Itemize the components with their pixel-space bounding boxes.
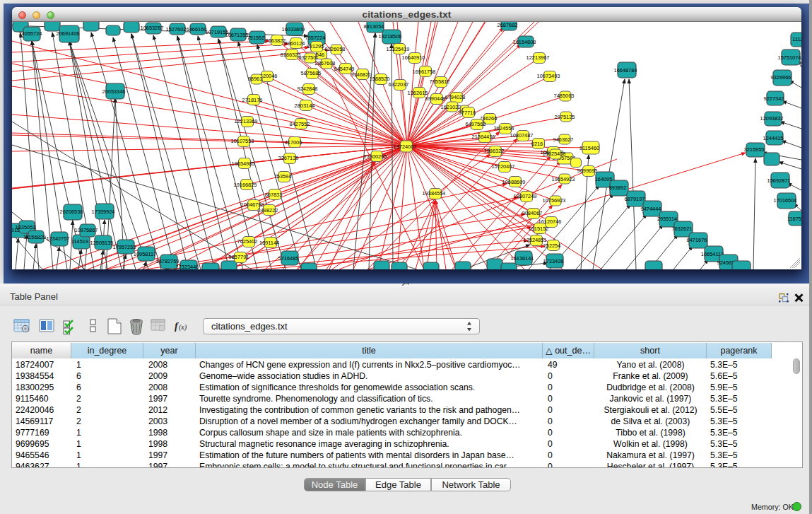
svg-text:6466160: 6466160	[187, 26, 207, 33]
svg-text:12505135: 12505135	[90, 240, 114, 246]
svg-text:11156829: 11156829	[23, 234, 46, 240]
svg-text:19218506: 19218506	[379, 33, 402, 40]
svg-text:9084067: 9084067	[522, 210, 543, 216]
svg-text:13325419: 13325419	[387, 46, 410, 52]
svg-text:18724007: 18724007	[394, 144, 417, 150]
svg-text:7955812: 7955812	[430, 78, 450, 85]
svg-text:6216: 6216	[531, 141, 543, 147]
svg-text:17016504: 17016504	[774, 197, 797, 204]
svg-text:10025458: 10025458	[543, 151, 566, 157]
svg-text:2687682: 2687682	[498, 22, 518, 28]
svg-text:546: 546	[316, 52, 324, 58]
svg-text:9474444: 9474444	[641, 206, 661, 212]
svg-text:10975867: 10975867	[75, 227, 98, 233]
svg-text:2935114: 2935114	[657, 216, 677, 222]
svg-text:417006: 417006	[285, 139, 302, 146]
svg-text:24055724: 24055724	[19, 30, 42, 37]
svg-text:8226058: 8226058	[325, 46, 346, 52]
svg-text:10688609: 10688609	[502, 179, 526, 185]
svg-text:15136141: 15136141	[511, 255, 534, 262]
svg-text:1588520: 1588520	[370, 76, 390, 82]
svg-text:9463627: 9463627	[553, 136, 574, 143]
svg-text:15751074: 15751074	[778, 54, 801, 61]
svg-text:9699695: 9699695	[577, 168, 598, 174]
svg-text:12323446: 12323446	[176, 264, 199, 269]
svg-text:977716: 977716	[459, 110, 476, 116]
svg-text:7485063: 7485063	[554, 93, 575, 99]
svg-text:16648784: 16648784	[614, 67, 637, 74]
svg-text:3624554: 3624554	[494, 125, 514, 132]
svg-text:8990448: 8990448	[425, 95, 446, 102]
svg-text:8960124: 8960124	[285, 40, 305, 47]
svg-text:1112: 1112	[792, 36, 801, 42]
svg-text:893892: 893892	[609, 185, 627, 191]
svg-text:16154808: 16154808	[513, 39, 536, 45]
svg-text:1835051: 1835051	[16, 224, 36, 230]
svg-text:16961758: 16961758	[413, 69, 436, 75]
svg-text:10973493: 10973493	[537, 73, 560, 79]
svg-text:6879197: 6879197	[625, 196, 645, 202]
svg-text:20206536: 20206536	[60, 209, 83, 215]
svg-text:6322037: 6322037	[389, 81, 409, 88]
svg-text:98961: 98961	[248, 76, 263, 82]
svg-text:19384554: 19384554	[423, 190, 446, 197]
svg-text:2867608: 2867608	[315, 60, 336, 66]
svg-text:10807487: 10807487	[510, 132, 534, 139]
svg-text:116753: 116753	[787, 216, 801, 222]
svg-text:5875685: 5875685	[301, 70, 322, 76]
svg-text:17957253: 17957253	[113, 244, 136, 250]
svg-text:16033809: 16033809	[282, 26, 305, 33]
svg-text:12342757: 12342757	[47, 235, 70, 242]
svg-text:(x): (x)	[179, 323, 187, 332]
svg-text:20691406: 20691406	[57, 30, 80, 37]
svg-text:751552: 751552	[247, 35, 265, 41]
svg-text:8454749: 8454749	[334, 66, 355, 72]
svg-text:21364436: 21364436	[472, 134, 495, 140]
svg-text:8427552: 8427552	[290, 121, 310, 127]
svg-text:10107553: 10107553	[231, 138, 254, 144]
svg-text:23300295: 23300295	[364, 153, 387, 160]
svg-text:9115460: 9115460	[579, 145, 599, 151]
svg-text:9329966: 9329966	[771, 74, 792, 81]
svg-text:10958117: 10958117	[134, 251, 156, 257]
svg-text:19166825: 19166825	[234, 182, 257, 188]
svg-text:2975125: 2975125	[555, 114, 575, 120]
svg-text:9146821: 9146821	[351, 71, 372, 78]
svg-text:1244415: 1244415	[763, 135, 784, 141]
svg-text:6794028: 6794028	[445, 94, 466, 100]
svg-text:164095: 164095	[595, 176, 613, 182]
svg-text:17359924: 17359924	[92, 209, 115, 215]
svg-text:891295: 891295	[307, 43, 324, 49]
svg-text:8471676: 8471676	[687, 237, 707, 243]
svg-text:8186323: 8186323	[281, 52, 301, 58]
svg-text:7357224: 7357224	[305, 35, 326, 41]
svg-text:753594: 753594	[274, 173, 292, 180]
svg-text:7663822: 7663822	[266, 37, 286, 44]
svg-text:15692871: 15692871	[767, 177, 791, 184]
svg-text:3498222: 3498222	[258, 207, 278, 214]
svg-text:19654923: 19654923	[552, 176, 575, 182]
svg-text:7986322: 7986322	[484, 148, 505, 154]
svg-text:12093832: 12093832	[760, 115, 784, 122]
svg-text:2718176: 2718176	[242, 97, 263, 103]
svg-text:9227342: 9227342	[764, 95, 784, 102]
svg-text:12213369: 12213369	[235, 118, 258, 124]
svg-text:6497568: 6497568	[466, 121, 486, 127]
svg-text:3215955: 3215955	[744, 146, 765, 153]
svg-text:16671355: 16671355	[225, 32, 249, 38]
svg-text:5716485: 5716485	[278, 255, 299, 262]
svg-text:9857791: 9857791	[229, 254, 249, 260]
svg-text:19654985: 19654985	[232, 160, 255, 167]
svg-text:867833: 867833	[265, 192, 283, 198]
svg-text:18807249: 18807249	[514, 193, 537, 199]
svg-text:1615152: 1615152	[529, 226, 549, 232]
svg-text:15720407: 15720407	[492, 163, 515, 170]
svg-text:8813054: 8813054	[364, 23, 384, 30]
svg-text:7625402: 7625402	[237, 238, 258, 245]
svg-text:7632621: 7632621	[672, 226, 693, 232]
svg-text:3267130: 3267130	[278, 155, 299, 161]
svg-text:1527602: 1527602	[166, 26, 187, 33]
svg-text:9242848: 9242848	[298, 86, 318, 92]
svg-text:10756923: 10756923	[543, 197, 566, 204]
svg-text:2803144: 2803144	[295, 103, 315, 109]
